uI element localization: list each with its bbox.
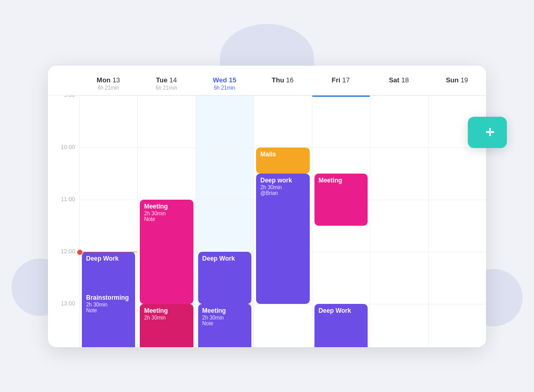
hour-line: [80, 200, 137, 200]
event-tue-meeting1[interactable]: Meeting2h 30minNote: [140, 200, 193, 304]
event-title: Deep Work: [319, 307, 363, 314]
day-column-fri17: MeetingDeep Work: [312, 95, 370, 347]
day-column-wed15: Deep WorkMeeting2h 30minNote: [196, 95, 253, 347]
event-title: Meeting: [144, 307, 189, 314]
hour-line: [196, 95, 253, 96]
event-title: Deep work: [260, 177, 305, 184]
hour-line: [254, 304, 311, 304]
event-title: Meeting: [144, 203, 189, 210]
event-detail: 2h 30minNote: [86, 302, 131, 313]
day-hours: 6h 21min: [139, 85, 193, 91]
event-detail: 2h 30min@Brian: [260, 185, 305, 196]
day-name: Sun 19: [430, 75, 484, 84]
event-detail: 2h 30min: [144, 315, 189, 321]
hour-line: [370, 200, 428, 200]
event-title: Deep Work: [202, 255, 247, 262]
event-thu-deepwork[interactable]: Deep work2h 30min@Brian: [256, 174, 309, 304]
event-thu-mails[interactable]: Mails: [256, 148, 309, 174]
current-time-dot: [77, 250, 82, 255]
calendar-body: 9:0010:0011:0012:0013:00 Deep WorkBrains…: [48, 95, 486, 347]
hour-line: [80, 148, 137, 148]
day-name: Tue 14: [139, 75, 193, 84]
event-title: Deep Work: [86, 255, 131, 262]
day-name: Mon 13: [81, 75, 135, 84]
hour-line: [80, 95, 137, 96]
hour-line: [196, 148, 253, 148]
day-hours: 6h 21min: [81, 85, 135, 91]
day-hours: 6h 21min: [198, 85, 251, 91]
deep-work-floating-card[interactable]: ✛: [468, 117, 507, 148]
event-title: Meeting: [202, 307, 247, 314]
day-column-thu16: MailsDeep work2h 30min@Brian: [253, 95, 311, 347]
event-tue-meeting2[interactable]: Meeting2h 30min: [140, 304, 193, 347]
event-mon-brainstorming[interactable]: Brainstorming2h 30minNote: [82, 291, 135, 347]
day-name: Thu 16: [256, 75, 309, 84]
time-label-1200: 12:00: [48, 248, 79, 300]
hour-line: [429, 95, 486, 96]
day-header-wed15[interactable]: Wed 15 6h 21min: [196, 71, 253, 95]
hour-line: [370, 304, 428, 304]
event-detail: 2h 30minNote: [144, 211, 189, 222]
time-label-1100: 11:00: [48, 196, 79, 248]
day-column-tue14: Meeting2h 30minNoteMeeting2h 30min: [137, 95, 195, 347]
day-header-sat18[interactable]: Sat 18: [370, 71, 428, 95]
hour-line: [312, 148, 370, 148]
event-title: Meeting: [319, 177, 363, 184]
event-title: Brainstorming: [86, 294, 131, 301]
time-label-900: 9:00: [48, 95, 79, 144]
day-name: Fri 17: [314, 75, 368, 84]
hour-line: [312, 252, 370, 252]
event-fri-meeting[interactable]: Meeting: [314, 174, 368, 226]
hour-line: [429, 252, 486, 252]
hour-line: [370, 148, 428, 148]
hour-line: [254, 95, 311, 96]
current-time-line: [80, 252, 137, 252]
event-title: Mails: [260, 151, 305, 158]
hour-line: [138, 95, 195, 96]
time-label-1000: 10:00: [48, 144, 79, 196]
hour-line: [196, 200, 253, 200]
hour-line: [138, 148, 195, 148]
time-label-1300: 13:00: [48, 300, 79, 347]
event-detail: 2h 30minNote: [202, 315, 247, 326]
hour-line: [429, 200, 486, 200]
event-wed-deepwork[interactable]: Deep Work: [198, 252, 251, 304]
today-bar: [312, 95, 370, 97]
day-header-fri17[interactable]: Fri 17: [312, 71, 370, 95]
day-name: Wed 15: [198, 75, 251, 84]
event-wed-meeting[interactable]: Meeting2h 30minNote: [198, 304, 251, 347]
time-gutter: 9:0010:0011:0012:0013:00: [48, 95, 79, 347]
day-header-mon13[interactable]: Mon 13 6h 21min: [79, 71, 137, 95]
day-column-mon13: Deep WorkBrainstorming2h 30minNote: [79, 95, 137, 347]
move-icon: ✛: [486, 126, 494, 139]
event-fri-deepwork[interactable]: Deep Work: [314, 304, 368, 347]
outer-container: ✛ Mon 13 6h 21min Tue 14 6h 21min Wed 15…: [32, 34, 502, 358]
hour-line: [429, 304, 486, 304]
hour-line: [370, 95, 428, 96]
hour-line: [370, 252, 428, 252]
day-header-thu16[interactable]: Thu 16: [253, 71, 311, 95]
day-header-tue14[interactable]: Tue 14 6h 21min: [137, 71, 195, 95]
day-header-sun19[interactable]: Sun 19: [428, 71, 486, 95]
calendar-header: Mon 13 6h 21min Tue 14 6h 21min Wed 15 6…: [48, 66, 486, 95]
time-gutter-header: [48, 71, 79, 95]
day-name: Sat 18: [372, 75, 426, 84]
calendar-card: Mon 13 6h 21min Tue 14 6h 21min Wed 15 6…: [48, 66, 486, 347]
day-column-sat18: [370, 95, 428, 347]
